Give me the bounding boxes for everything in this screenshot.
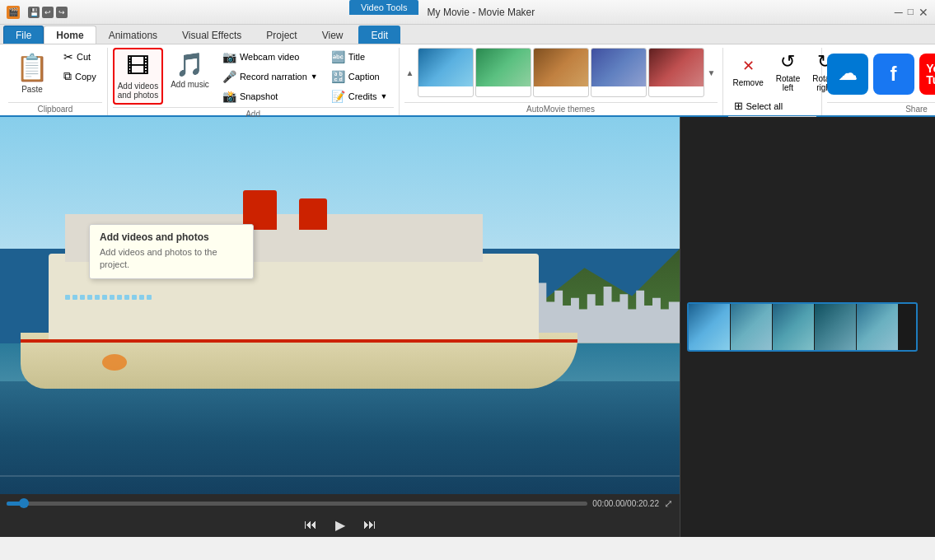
prev-frame-button[interactable]: ⏮ <box>299 513 322 536</box>
tab-home[interactable]: Home <box>44 26 96 44</box>
webcam-icon: 📷 <box>222 50 236 63</box>
window-title: My Movie - Movie Maker <box>68 7 895 18</box>
record-narration-button[interactable]: 🎤 Record narration ▼ <box>217 68 324 86</box>
credits-label: Credits <box>348 91 377 101</box>
paste-label: Paste <box>21 85 43 94</box>
snapshot-button[interactable]: 📸 Snapshot <box>217 87 324 105</box>
select-all-label: Select all <box>746 101 783 111</box>
caption-label: Caption <box>348 72 380 82</box>
expand-button[interactable]: ⤢ <box>664 497 673 510</box>
facebook-button[interactable]: f <box>873 54 914 95</box>
copy-button[interactable]: ⧉ Copy <box>58 67 102 86</box>
video-tools-tab[interactable]: Video Tools <box>349 0 418 15</box>
select-all-icon: ⊞ <box>734 100 743 112</box>
maximize-btn[interactable]: □ <box>908 6 914 19</box>
theme-item-5[interactable] <box>648 48 704 97</box>
tab-edit[interactable]: Edit <box>358 26 400 44</box>
tab-project[interactable]: Project <box>254 26 309 44</box>
clip-thumb-4 <box>815 304 856 350</box>
theme-item-3[interactable] <box>533 48 589 97</box>
tab-bar: File Home Animations Visual Effects Proj… <box>0 25 935 44</box>
undo-icon[interactable]: ↩ <box>42 7 54 18</box>
add-content: 🎞 Add videos and photos 🎵 Add music 📷 We… <box>113 48 394 105</box>
add-music-button[interactable]: 🎵 Add music <box>165 48 215 92</box>
title-button[interactable]: 🔤 Title <box>325 48 394 66</box>
ship-funnel-2 <box>299 198 327 230</box>
video-tools-label: Video Tools <box>349 0 418 15</box>
theme-img-5 <box>649 49 704 86</box>
ribbon-group-share: ☁ f YouTube V Share <box>822 48 936 115</box>
timeline-clip[interactable] <box>687 302 918 352</box>
theme-img-4 <box>591 49 646 86</box>
tab-edit-label: Edit <box>371 30 388 41</box>
ribbon-group-editing: ✕ Remove ↺ Rotate left ↻ Rotate right ⊞ … <box>723 48 822 115</box>
clipboard-group-label: Clipboard <box>8 102 102 115</box>
facebook-icon: f <box>891 63 897 86</box>
editing-content: ✕ Remove ↺ Rotate left ↻ Rotate right ⊞ … <box>728 48 816 114</box>
onedrive-button[interactable]: ☁ <box>827 54 868 95</box>
webcam-video-button[interactable]: 📷 Webcam video <box>217 48 324 66</box>
play-icon: ▶ <box>335 517 345 533</box>
youtube-icon: YouTube <box>926 63 935 86</box>
window-controls: ─ □ ✕ <box>895 6 928 19</box>
tab-animations[interactable]: Animations <box>96 26 170 44</box>
theme-item-2[interactable] <box>475 48 531 97</box>
caption-button[interactable]: 🔡 Caption <box>325 68 394 86</box>
rotate-left-label: Rotate left <box>776 74 800 92</box>
add-music-icon: 🎵 <box>175 51 204 78</box>
remove-button[interactable]: ✕ Remove <box>728 54 769 91</box>
snapshot-icon: 📸 <box>222 90 236 103</box>
close-btn[interactable]: ✕ <box>919 6 928 19</box>
tab-file[interactable]: File <box>3 26 44 44</box>
save-icon[interactable]: 💾 <box>28 7 40 18</box>
select-all-button[interactable]: ⊞ Select all <box>728 97 789 114</box>
themes-scroll-down[interactable]: ▼ <box>706 48 718 97</box>
time-display: 00:00.00/00:20.22 <box>592 499 659 508</box>
paste-icon: 📋 <box>16 52 49 83</box>
title-bar-icons: 🎬 💾 ↩ ↪ <box>7 6 68 19</box>
theme-item-1[interactable] <box>418 48 474 97</box>
prev-frame-icon: ⏮ <box>304 517 317 532</box>
theme-img-2 <box>476 49 531 86</box>
clip-thumb-1 <box>689 304 730 350</box>
video-frame <box>0 117 680 494</box>
paste-button[interactable]: 📋 Paste <box>8 48 56 98</box>
seek-bar-area: 00:00.00/00:20.22 ⤢ <box>0 494 680 512</box>
ribbon-group-clipboard: 📋 Paste ✂ Cut ⧉ Copy Clipboard <box>3 48 108 115</box>
tab-home-label: Home <box>56 30 83 41</box>
remove-icon: ✕ <box>742 57 755 75</box>
themes-container: ▲ <box>404 48 718 97</box>
theme-item-4[interactable] <box>591 48 647 97</box>
ship-windows <box>65 293 500 301</box>
minimize-btn[interactable]: ─ <box>895 6 903 19</box>
clip-thumb-2 <box>731 304 772 350</box>
add-music-label: Add music <box>171 80 209 89</box>
tab-animations-label: Animations <box>109 30 157 41</box>
video-area: Add videos and photos Add videos and pho… <box>0 117 680 537</box>
youtube-button[interactable]: YouTube <box>919 54 936 95</box>
next-frame-button[interactable]: ⏭ <box>358 513 381 536</box>
credits-button[interactable]: 📝 Credits ▼ <box>325 87 394 105</box>
themes-scroll-up[interactable]: ▲ <box>404 48 416 97</box>
ribbon: 📋 Paste ✂ Cut ⧉ Copy Clipboard 🎞 Add vi <box>0 44 935 117</box>
share-content: ☁ f YouTube V <box>827 48 936 100</box>
clip-thumb-5 <box>857 304 898 350</box>
add-small-col: 📷 Webcam video 🎤 Record narration ▼ 📸 Sn… <box>217 48 324 105</box>
seek-bar[interactable] <box>7 502 587 506</box>
automovie-content: ▲ <box>404 48 718 100</box>
share-group-label: Share <box>827 102 936 115</box>
timeline-track <box>680 117 935 537</box>
text-col: 🔤 Title 🔡 Caption 📝 Credits ▼ <box>325 48 394 105</box>
rotate-left-button[interactable]: ↺ Rotate left <box>771 48 805 96</box>
title-bar: 🎬 💾 ↩ ↪ Video Tools My Movie - Movie Mak… <box>0 0 935 25</box>
water-ripple <box>0 475 680 477</box>
tab-visual-effects[interactable]: Visual Effects <box>170 26 254 44</box>
cut-button[interactable]: ✂ Cut <box>58 48 102 66</box>
credits-icon: 📝 <box>331 90 345 103</box>
title-icon: 🔤 <box>331 50 345 63</box>
redo-icon[interactable]: ↪ <box>56 7 68 18</box>
caption-icon: 🔡 <box>331 70 345 83</box>
play-button[interactable]: ▶ <box>329 513 352 536</box>
tab-view[interactable]: View <box>310 26 356 44</box>
add-videos-photos-button[interactable]: 🎞 Add videos and photos <box>113 48 164 105</box>
